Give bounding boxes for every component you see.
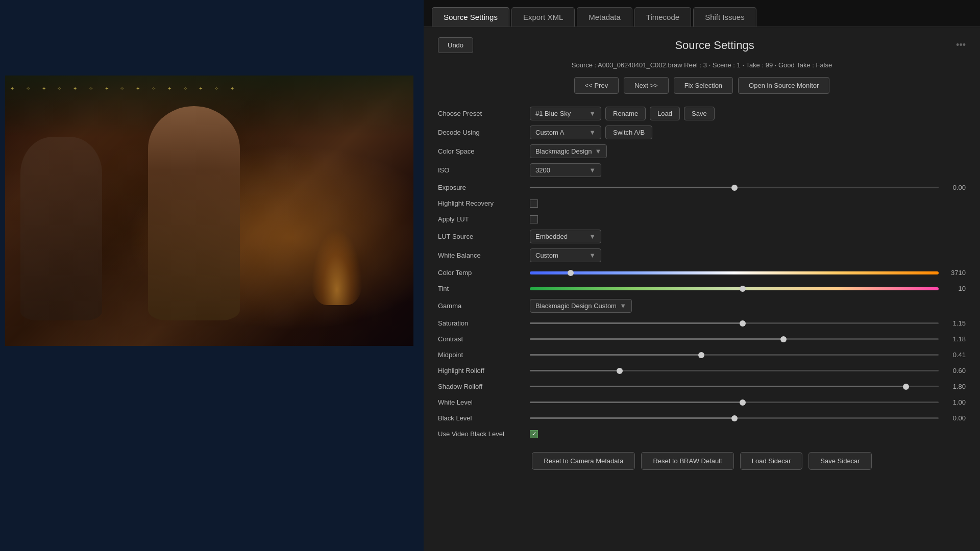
shadow-rolloff-fill xyxy=(530,386,906,387)
color-temp-control: 3710 xyxy=(530,266,966,279)
midpoint-track[interactable] xyxy=(530,354,939,356)
choose-preset-dropdown[interactable]: #1 Blue Sky ▼ xyxy=(530,107,601,120)
use-video-black-level-label: Use Video Black Level xyxy=(438,426,530,442)
white-level-track[interactable] xyxy=(530,402,939,403)
highlight-rolloff-value: 0.60 xyxy=(943,367,966,374)
use-video-black-level-checkbox[interactable] xyxy=(530,430,538,438)
panel-dots: ••• xyxy=(956,40,966,51)
shadow-rolloff-value: 1.80 xyxy=(943,383,966,390)
prev-button[interactable]: << Prev xyxy=(574,77,619,94)
contrast-control: 1.18 xyxy=(530,333,966,345)
panel-title: Source Settings xyxy=(473,39,956,52)
use-video-black-level-checkbox-container xyxy=(530,430,538,438)
black-level-thumb[interactable] xyxy=(731,415,738,421)
tab-bar: Source Settings Export XML Metadata Time… xyxy=(424,0,980,27)
white-level-fill xyxy=(530,402,743,403)
iso-label: ISO xyxy=(438,162,530,178)
midpoint-thumb[interactable] xyxy=(698,352,704,358)
load-sidecar-button[interactable]: Load Sidecar xyxy=(740,452,803,470)
iso-dropdown[interactable]: 3200 ▼ xyxy=(530,163,601,177)
save-button[interactable]: Save xyxy=(684,107,715,120)
tab-shift-issues[interactable]: Shift Issues xyxy=(693,7,756,27)
dropdown-arrow-icon: ▼ xyxy=(589,252,596,259)
dropdown-arrow-icon: ▼ xyxy=(589,110,596,117)
highlight-recovery-checkbox-container xyxy=(530,199,538,208)
color-temp-thumb[interactable] xyxy=(568,270,574,276)
tint-label: Tint xyxy=(438,281,530,296)
highlight-recovery-checkbox[interactable] xyxy=(530,199,538,208)
contrast-track[interactable] xyxy=(530,338,939,340)
color-space-dropdown[interactable]: Blackmagic Design ▼ xyxy=(530,144,607,158)
choose-preset-control: #1 Blue Sky ▼ Rename Load Save xyxy=(530,104,966,123)
color-space-control: Blackmagic Design ▼ xyxy=(530,142,966,161)
white-level-slider-row: 1.00 xyxy=(530,398,966,406)
switch-ab-button[interactable]: Switch A/B xyxy=(605,126,652,139)
saturation-thumb[interactable] xyxy=(740,320,746,327)
undo-button[interactable]: Undo xyxy=(438,37,473,53)
color-space-label: Color Space xyxy=(438,143,530,159)
highlight-rolloff-thumb[interactable] xyxy=(617,368,623,374)
white-balance-control: Custom ▼ xyxy=(530,246,966,265)
shadow-rolloff-label: Shadow Rolloff xyxy=(438,379,530,394)
tab-export-xml[interactable]: Export XML xyxy=(511,7,575,27)
highlight-rolloff-fill xyxy=(530,370,620,371)
dropdown-arrow-icon: ▼ xyxy=(620,302,626,310)
apply-lut-checkbox[interactable] xyxy=(530,215,538,223)
rename-button[interactable]: Rename xyxy=(605,107,646,120)
white-balance-dropdown[interactable]: Custom ▼ xyxy=(530,248,601,262)
shadow-rolloff-thumb[interactable] xyxy=(903,384,909,390)
gamma-dropdown[interactable]: Blackmagic Design Custom ▼ xyxy=(530,299,632,313)
shadow-rolloff-control: 1.80 xyxy=(530,380,966,393)
bottom-buttons: Reset to Camera Metadata Reset to BRAW D… xyxy=(438,452,966,470)
highlight-rolloff-track[interactable] xyxy=(530,370,939,371)
exposure-label: Exposure xyxy=(438,180,530,195)
exposure-value: 0.00 xyxy=(943,184,966,191)
choose-preset-label: Choose Preset xyxy=(438,106,530,121)
panel-header: Undo Source Settings ••• xyxy=(438,37,966,53)
midpoint-fill xyxy=(530,354,701,356)
shadow-rolloff-track[interactable] xyxy=(530,386,939,387)
next-button[interactable]: Next >> xyxy=(624,77,669,94)
reset-camera-metadata-button[interactable]: Reset to Camera Metadata xyxy=(532,452,635,470)
saturation-value: 1.15 xyxy=(943,319,966,327)
tint-thumb[interactable] xyxy=(740,286,746,292)
black-level-slider-row: 0.00 xyxy=(530,414,966,422)
decode-using-dropdown[interactable]: Custom A ▼ xyxy=(530,126,601,139)
video-frame xyxy=(5,76,413,346)
fix-selection-button[interactable]: Fix Selection xyxy=(674,77,733,94)
lut-source-dropdown[interactable]: Embedded ▼ xyxy=(530,230,601,243)
right-panel: Source Settings Export XML Metadata Time… xyxy=(424,0,980,551)
white-level-thumb[interactable] xyxy=(740,399,746,406)
use-video-black-level-control xyxy=(530,428,966,441)
decode-using-label: Decode Using xyxy=(438,124,530,140)
saturation-label: Saturation xyxy=(438,315,530,331)
black-level-track[interactable] xyxy=(530,417,939,419)
tab-metadata[interactable]: Metadata xyxy=(577,7,632,27)
gamma-control: Blackmagic Design Custom ▼ xyxy=(530,296,966,315)
highlight-rolloff-control: 0.60 xyxy=(530,364,966,377)
apply-lut-control xyxy=(530,213,966,226)
tab-timecode[interactable]: Timecode xyxy=(634,7,691,27)
open-monitor-button[interactable]: Open in Source Monitor xyxy=(738,77,829,94)
tab-source-settings[interactable]: Source Settings xyxy=(432,7,509,27)
saturation-track[interactable] xyxy=(530,322,939,324)
save-sidecar-button[interactable]: Save Sidecar xyxy=(808,452,871,470)
midpoint-label: Midpoint xyxy=(438,347,530,363)
reset-braw-default-button[interactable]: Reset to BRAW Default xyxy=(641,452,733,470)
color-temp-track[interactable] xyxy=(530,271,939,274)
exposure-track[interactable] xyxy=(530,187,939,188)
white-level-control: 1.00 xyxy=(530,396,966,409)
tint-control: 10 xyxy=(530,282,966,295)
load-button[interactable]: Load xyxy=(650,107,680,120)
contrast-thumb[interactable] xyxy=(780,336,787,342)
exposure-thumb[interactable] xyxy=(731,185,738,191)
tint-track[interactable] xyxy=(530,287,939,290)
white-level-label: White Level xyxy=(438,394,530,410)
lut-source-label: LUT Source xyxy=(438,229,530,244)
black-level-fill xyxy=(530,417,734,419)
exposure-control: 0.00 xyxy=(530,181,966,194)
white-level-value: 1.00 xyxy=(943,398,966,406)
saturation-fill xyxy=(530,322,743,324)
scene-person-center xyxy=(148,106,240,320)
white-balance-label: White Balance xyxy=(438,247,530,263)
